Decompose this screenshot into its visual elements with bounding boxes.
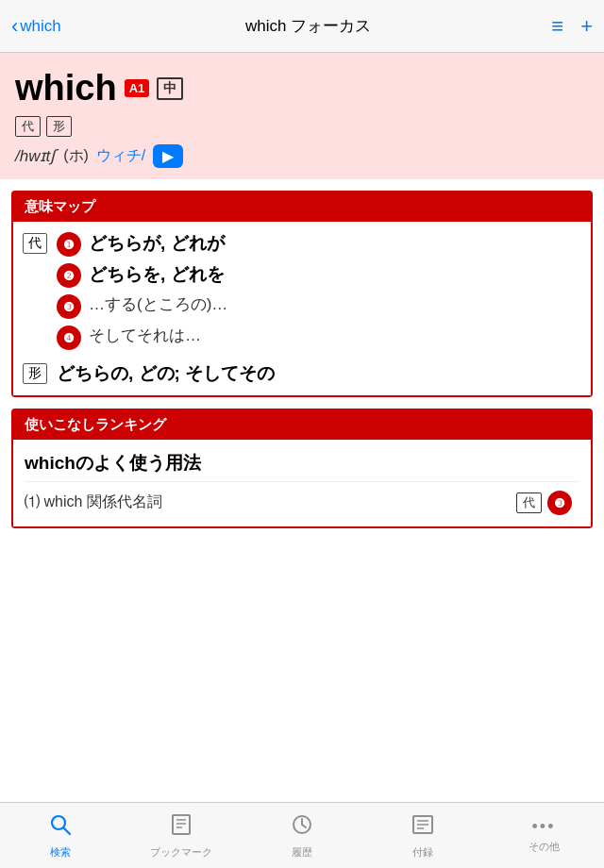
- tab-bookmark-label: ブックマーク: [150, 845, 212, 860]
- usage-body: whichのよく使う用法 ⑴ which 関係代名詞 代 ❸: [13, 440, 591, 526]
- imi-item-1: ❶ どちらが, どれが: [57, 231, 581, 257]
- dai-pos-label: 代: [23, 233, 47, 254]
- usage-badge-kei: 代: [516, 492, 542, 513]
- nav-bar: ‹ which which フォーカス ≡ +: [0, 0, 604, 53]
- circle-num-1: ❶: [57, 232, 81, 257]
- nav-icons: ≡ +: [551, 14, 593, 39]
- plus-icon[interactable]: +: [580, 14, 593, 39]
- tab-appendix[interactable]: 付録: [362, 803, 483, 868]
- imi-map-section: 意味マップ 代 ❶ どちらが, どれが ❷ どちらを, どれを ❸ …する(とこ: [11, 191, 593, 397]
- imi-text-4: そしてそれは…: [89, 325, 201, 347]
- play-icon: ▶: [162, 147, 174, 165]
- word-pos-row: 代 形: [15, 116, 589, 137]
- pos-kei-badge: 形: [46, 116, 72, 137]
- imi-kei-row: 形 どちらの, どの; そしてその: [23, 361, 581, 386]
- play-button[interactable]: ▶: [153, 144, 183, 168]
- ipa-text: /hwɪtʃ: [15, 146, 56, 166]
- word-header: which A1 中 代 形 /hwɪtʃ (ホ) ウィチ/ ▶: [0, 53, 604, 179]
- chevron-left-icon: ‹: [11, 14, 18, 39]
- imi-meanings: ❶ どちらが, どれが ❷ どちらを, どれを ❸ …する(ところの)… ❹ そ…: [57, 231, 581, 356]
- tab-search-label: 検索: [50, 845, 71, 860]
- tab-appendix-label: 付録: [412, 845, 433, 860]
- ho-text: (ホ): [63, 146, 89, 166]
- usage-badge-num: ❸: [547, 491, 572, 515]
- nav-title: which フォーカス: [65, 15, 552, 37]
- imi-text-1: どちらが, どれが: [89, 231, 225, 257]
- word-title: which: [15, 68, 117, 108]
- level-badge: A1: [125, 79, 150, 97]
- imi-item-2: ❷ どちらを, どれを: [57, 262, 581, 288]
- word-title-row: which A1 中: [15, 68, 589, 108]
- kei-pos-label: 形: [23, 363, 47, 384]
- imi-item-3: ❸ …する(ところの)…: [57, 293, 581, 319]
- tab-other[interactable]: ••• その他: [483, 803, 604, 868]
- imi-text-3: …する(ところの)…: [89, 293, 227, 316]
- pos-dai-badge: 代: [15, 116, 41, 137]
- imi-dai-row: 代 ❶ どちらが, どれが ❷ どちらを, どれを ❸ …する(ところの)…: [23, 231, 581, 356]
- content-area: which A1 中 代 形 /hwɪtʃ (ホ) ウィチ/ ▶ 意味マップ 代…: [0, 53, 604, 802]
- usage-section: 使いこなしランキング whichのよく使う用法 ⑴ which 関係代名詞 代 …: [11, 409, 593, 528]
- tab-other-label: その他: [528, 840, 560, 854]
- katakana-text: ウィチ/: [96, 146, 145, 166]
- menu-icon[interactable]: ≡: [551, 14, 563, 39]
- kanji-badge: 中: [157, 77, 183, 100]
- other-tab-icon: •••: [532, 817, 556, 837]
- kei-text: どちらの, どの; そしてその: [57, 361, 275, 386]
- svg-rect-2: [173, 815, 190, 834]
- usage-sub-row[interactable]: ⑴ which 関係代名詞 代 ❸: [25, 481, 579, 523]
- usage-header: 使いこなしランキング: [13, 410, 591, 440]
- search-tab-icon: [48, 812, 73, 843]
- history-tab-icon: [290, 812, 314, 843]
- bookmark-tab-icon: [169, 812, 193, 843]
- nav-back-label: which: [20, 17, 60, 36]
- circle-num-4: ❹: [57, 326, 81, 350]
- usage-sub-text: ⑴ which 関係代名詞: [25, 492, 516, 512]
- circle-num-3: ❸: [57, 294, 81, 319]
- tab-search[interactable]: 検索: [0, 803, 121, 868]
- tab-history[interactable]: 履歴: [242, 803, 362, 868]
- usage-title: whichのよく使う用法: [25, 451, 579, 476]
- imi-item-4: ❹ そしてそれは…: [57, 325, 581, 350]
- circle-num-2: ❷: [57, 263, 81, 288]
- tab-bookmark[interactable]: ブックマーク: [121, 803, 242, 868]
- imi-text-2: どちらを, どれを: [89, 262, 225, 288]
- imi-map-body: 代 ❶ どちらが, どれが ❷ どちらを, どれを ❸ …する(ところの)…: [13, 222, 591, 395]
- svg-line-1: [64, 827, 71, 834]
- pronunciation-row: /hwɪtʃ (ホ) ウィチ/ ▶: [15, 144, 589, 168]
- imi-map-header: 意味マップ: [13, 192, 591, 222]
- usage-sub-badge: 代 ❸: [516, 490, 579, 515]
- tab-history-label: 履歴: [292, 845, 312, 860]
- nav-back-button[interactable]: ‹ which: [11, 14, 61, 39]
- tab-bar: 検索 ブックマーク 履歴: [0, 802, 604, 868]
- appendix-tab-icon: [411, 812, 435, 843]
